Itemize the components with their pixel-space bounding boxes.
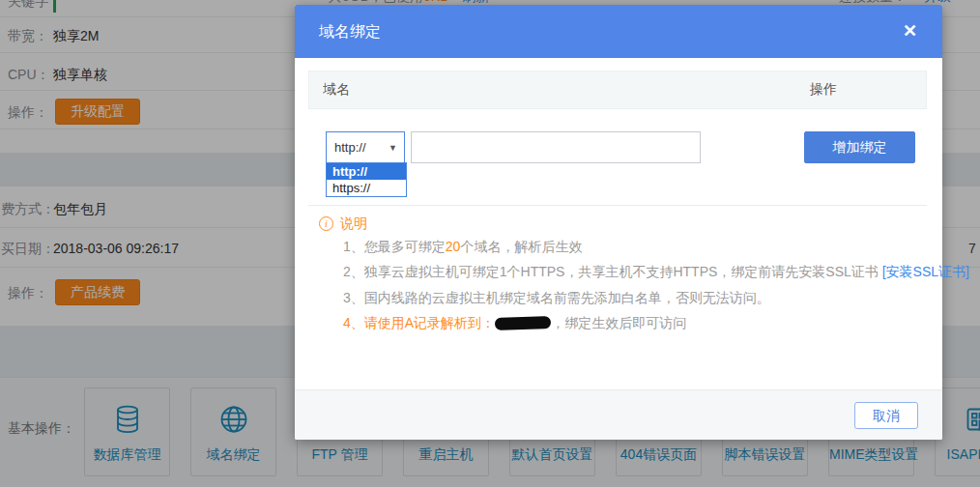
info-icon: i bbox=[319, 216, 333, 231]
chevron-down-icon: ▼ bbox=[389, 143, 397, 153]
note-text: ，绑定生效后即可访问 bbox=[551, 315, 686, 330]
option-http[interactable]: http:// bbox=[327, 163, 406, 180]
note-text: 1、您最多可绑定 bbox=[343, 239, 446, 254]
domain-binding-modal: 域名绑定 ✕ 域名 操作 http:// ▼ 增加绑定 http:// http… bbox=[295, 5, 942, 440]
protocol-selected-value: http:// bbox=[334, 132, 366, 162]
page: 关键字： 共5GB，已使用0KB 刷新 连接数量： 升级 带宽： 独享2M CP… bbox=[0, 0, 980, 487]
protocol-select[interactable]: http:// ▼ bbox=[326, 131, 405, 163]
note-item-4: 4、请使用A记录解析到：，绑定生效后即可访问 bbox=[343, 315, 686, 332]
note-text: 个域名，解析后生效 bbox=[460, 239, 582, 254]
close-icon[interactable]: ✕ bbox=[903, 21, 917, 41]
cancel-button[interactable]: 取消 bbox=[854, 402, 918, 429]
column-domain: 域名 bbox=[323, 81, 350, 99]
note-item-2: 2、独享云虚拟主机可绑定1个HTTPS，共享主机不支持HTTPS，绑定前请先安装… bbox=[343, 264, 969, 281]
modal-title: 域名绑定 bbox=[319, 5, 381, 58]
notes-title: 说明 bbox=[340, 215, 367, 233]
note-text: 3、国内线路的云虚拟主机绑定域名前需先添加白名单，否则无法访问。 bbox=[343, 290, 770, 305]
note-highlight: 4、请使用A记录解析到： bbox=[343, 315, 495, 330]
note-text: 2、独享云虚拟主机可绑定1个HTTPS，共享主机不支持HTTPS，绑定前请先安装… bbox=[343, 264, 882, 279]
modal-header: 域名绑定 ✕ bbox=[295, 5, 942, 58]
protocol-options-dropdown: http:// https:// bbox=[326, 162, 407, 197]
modal-footer: 取消 bbox=[295, 389, 942, 440]
column-action: 操作 bbox=[810, 81, 837, 99]
domain-table-header: 域名 操作 bbox=[308, 71, 927, 109]
option-https[interactable]: https:// bbox=[327, 180, 406, 196]
add-binding-button[interactable]: 增加绑定 bbox=[804, 131, 915, 163]
install-ssl-cert-link[interactable]: [安装SSL证书] bbox=[882, 264, 969, 279]
note-item-1: 1、您最多可绑定20个域名，解析后生效 bbox=[343, 239, 582, 256]
redacted-ip-value bbox=[495, 316, 551, 330]
note-item-3: 3、国内线路的云虚拟主机绑定域名前需先添加白名单，否则无法访问。 bbox=[343, 290, 770, 307]
note-highlight: 20 bbox=[446, 239, 461, 254]
divider bbox=[308, 205, 927, 206]
domain-input[interactable] bbox=[411, 131, 701, 163]
